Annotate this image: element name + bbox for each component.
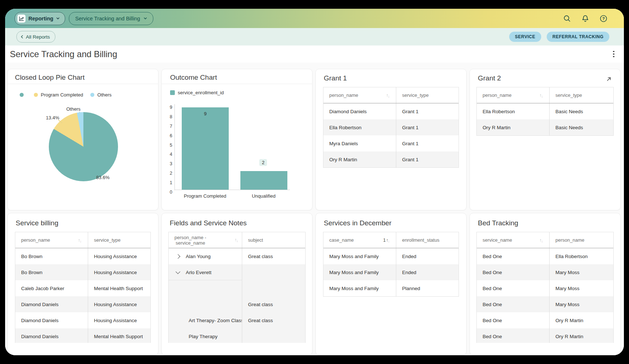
legend-item[interactable] [20,93,27,97]
column-header-label: service_type [555,92,582,98]
y-axis-line [174,104,175,190]
table-cell: Diamond Daniels [15,312,88,328]
expanded-note-group: Great class Art Therapy- Zoom Class Grea… [169,280,305,343]
table-row[interactable]: Mary Moss and FamilyPlanned [323,280,459,296]
table-row[interactable]: Alan Young Great class [169,248,305,264]
table-row[interactable]: Diamond DanielsHousing Assistance [15,312,150,328]
table-cell: Mental Health Support [88,280,150,296]
table-row[interactable]: Ella RobertsonGrant 1 [323,119,459,135]
page-title: Service Tracking and Billing [10,49,117,59]
table-cell: Bed One [477,296,550,312]
table-row[interactable]: Mary Moss and FamilyEnded [323,248,459,264]
open-report-icon[interactable] [606,76,612,83]
table-row[interactable]: Diamond DanielsGrant 1 [323,103,459,119]
column-header-label: person_name [483,92,512,98]
column-header-service_type[interactable]: service_type [88,232,150,248]
search-icon[interactable] [563,14,571,23]
sort-icon[interactable]: ↑↓ [78,238,82,243]
table-cell: Mental Health Support [88,328,150,343]
report-name-label: Service Tracking and Billing [75,16,140,21]
sort-icon[interactable]: ↑↓ [386,93,390,98]
sort-icon[interactable]: 1↑↓ [383,238,390,243]
table-header-row: person_name↑↓service_type [323,87,459,103]
table-cell: Housing Assistance [88,264,150,280]
table-row[interactable]: Bed OneMary Moss [477,264,613,280]
sort-icon[interactable]: ↑↓ [539,93,543,98]
table-row[interactable]: Caleb Jacob ParkerMental Health Support [15,280,150,296]
table-header-row: person_name↑↓service_type [477,87,613,103]
table-row[interactable]: Mary Moss and FamilyEnded [323,264,459,280]
legend-item[interactable]: Others [90,92,111,98]
table-row[interactable]: Ory R MartinBasic Needs [477,119,613,135]
legend-item[interactable]: Program Completed [34,92,83,98]
table-row[interactable]: Ella RobertsonBasic Needs [477,103,613,119]
card-title: Services in December [324,219,458,227]
bar-unqualified[interactable] [240,171,287,190]
column-header-service_type[interactable]: service_type [396,87,459,103]
table-row[interactable]: Ory R MartinGrant 1 [323,151,459,167]
dashboard-grid: Closed Loop Pie Chart Program Completed … [5,63,624,355]
column-header-enrollment_status[interactable]: enrollment_status [396,232,459,248]
bar-program-completed[interactable] [182,107,229,190]
column-header-label: enrollment_status [402,237,440,243]
column-header-service_name[interactable]: service_name↑↓ [477,232,550,248]
column-header-label: person_name [329,92,358,98]
table-cell: Mary Moss [550,280,613,296]
table-subrow[interactable] [169,280,305,296]
line-chart-icon [17,15,25,23]
pie-chart[interactable] [49,112,118,181]
column-header-person_name[interactable]: person_name↑↓ [477,87,550,103]
column-header-service_type[interactable]: service_type [550,87,613,103]
kebab-menu-icon[interactable] [609,49,619,59]
column-header-label: service_type [402,92,429,98]
table-row[interactable]: Bed OneMary Moss [477,280,613,296]
table-row[interactable]: Bed OneMary Moss [477,296,613,312]
table-subrow[interactable]: Great class [169,296,305,312]
tag-service[interactable]: SERVICE [509,32,541,42]
reporting-menu-button[interactable]: Reporting [15,12,65,25]
column-header-subject[interactable]: subject [242,232,305,248]
table-row[interactable]: Bed OneOry R Martin [477,312,613,328]
sort-icon[interactable]: ↑↓ [235,237,239,242]
help-icon[interactable]: ? [599,14,608,23]
fields-and-service-notes-table: person_name -service_name ↑↓ subject Ala… [168,232,306,343]
expand-icon[interactable] [176,254,180,259]
collapse-icon[interactable] [176,269,180,274]
table-row[interactable]: Bed OneOry R Martin [477,328,613,343]
column-header-person_name[interactable]: person_name↑↓ [323,87,396,103]
table-row[interactable]: Bo BrownHousing Assistance [15,264,150,280]
tag-referral-tracking[interactable]: REFERRAL TRACKING [547,32,609,42]
app-window: Reporting Service Tracking and Billing [5,9,624,355]
service-billing-table: person_name↑↓service_typeBo BrownHousing… [15,232,151,343]
table-cell: Diamond Daniels [15,296,88,312]
table-cell: Basic Needs [550,103,613,119]
chevron-down-icon [56,17,60,20]
column-header-person-service[interactable]: person_name -service_name ↑↓ [169,232,242,248]
all-reports-back-button[interactable]: All Reports [16,31,55,43]
column-header-person_name[interactable]: person_name [550,232,613,248]
bell-icon[interactable] [581,14,590,23]
report-picker-button[interactable]: Service Tracking and Billing [69,12,153,25]
card-services-in-december: Services in December case_name1↑↓enrollm… [315,213,467,355]
column-header-case_name[interactable]: case_name1↑↓ [323,232,396,248]
reporting-label: Reporting [28,16,53,21]
card-outcome-chart: Outcome Chart service_enrollment_id 9876… [161,69,312,210]
bar-value-label: 9 [182,111,229,116]
x-axis-label: Unqualified [235,193,293,199]
legend-item[interactable]: service_enrollment_id [170,90,224,95]
table-row[interactable]: Myra DanielsGrant 1 [323,135,459,151]
column-header-person_name[interactable]: person_name↑↓ [15,232,88,248]
table-subrow[interactable]: Art Therapy- Zoom Class Great class [169,312,305,328]
table-row[interactable]: Bo BrownHousing Assistance [15,248,150,264]
table-row[interactable]: Diamond DanielsMental Health Support [15,328,150,343]
table-row[interactable]: Bed OneElla Robertson [477,248,613,264]
table-subrow[interactable]: Play Therapy [169,328,305,343]
y-axis: 9876543210 [164,104,172,195]
table-row[interactable]: Diamond DanielsHousing Assistance [15,296,150,312]
x-axis-line [174,190,290,190]
sort-icon[interactable]: ↑↓ [539,238,543,243]
table-row[interactable]: Arlo Everett [169,264,305,280]
table-cell: Grant 1 [396,119,459,135]
table-cell: Bed One [477,248,550,264]
table-cell: Housing Assistance [88,296,150,312]
